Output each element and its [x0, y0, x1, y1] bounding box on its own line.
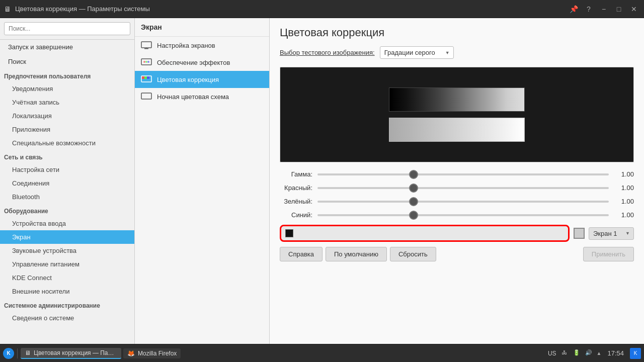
sidebar-category-hardware: Оборудование — [0, 204, 134, 217]
sidebar-item-network-settings[interactable]: Настройка сети — [0, 163, 134, 176]
default-button[interactable]: По умолчанию — [326, 247, 387, 261]
volume-icon: 🔊 — [585, 349, 593, 357]
sidebar-item-screen[interactable]: Экран — [0, 230, 134, 244]
green-value: 1.00 — [614, 198, 634, 205]
minimize-button[interactable]: − — [598, 3, 610, 15]
red-thumb[interactable] — [409, 184, 418, 193]
taskbar-item-firefox-label: Mozilla Firefox — [138, 350, 177, 357]
content-panel: Цветовая коррекция Выбор тестового изобр… — [270, 18, 644, 344]
app-icon: 🖥 — [4, 5, 11, 13]
taskbar-item-settings-label: Цветовая коррекция — Парамет... — [34, 349, 117, 356]
taskbar: K 🖥 Цветовая коррекция — Парамет... 🦊 Mo… — [0, 344, 644, 362]
red-slider-row: Красный: 1.00 — [280, 184, 634, 192]
pin-button[interactable]: 📌 — [568, 3, 580, 15]
svg-rect-10 — [147, 76, 149, 79]
firefox-icon: 🦊 — [127, 350, 135, 357]
red-track[interactable] — [317, 187, 609, 189]
sidebar-item-notifications[interactable]: Уведомления — [0, 82, 134, 96]
titlebar: 🖥 Цветовая коррекция — Параметры системы… — [0, 0, 644, 18]
svg-rect-11 — [142, 79, 149, 81]
middle-item-effects[interactable]: Обеспечение эффектов — [135, 54, 269, 71]
sidebar-item-apps[interactable]: Приложения — [0, 123, 134, 136]
settings-app-icon: 🖥 — [25, 349, 31, 356]
blue-slider-row: Синий: 1.00 — [280, 211, 634, 219]
sidebar-item-launch[interactable]: Запуск и завершение — [0, 40, 134, 54]
svg-rect-9 — [144, 76, 147, 79]
apply-button[interactable]: Применить — [583, 247, 634, 261]
taskbar-kde-indicator[interactable]: K — [630, 348, 641, 359]
maximize-button[interactable]: □ — [613, 3, 625, 15]
screen-select-wrapper: Экран 1 Экран 2 — [589, 227, 634, 240]
red-value: 1.00 — [614, 184, 634, 192]
sidebar-item-accessibility[interactable]: Специальные возможности — [0, 136, 134, 150]
search-input[interactable] — [4, 22, 130, 35]
color-box-light[interactable] — [574, 228, 585, 239]
test-image-select[interactable]: Градации серого Цветовые полосы Без изоб… — [380, 46, 454, 59]
gamma-thumb[interactable] — [409, 170, 418, 179]
red-label: Красный: — [280, 184, 312, 192]
svg-rect-8 — [142, 76, 144, 79]
screen-select[interactable]: Экран 1 Экран 2 — [589, 227, 634, 240]
gradient-display — [280, 67, 634, 162]
green-thumb[interactable] — [409, 197, 418, 206]
taskbar-item-firefox[interactable]: 🦊 Mozilla Firefox — [123, 348, 181, 358]
sidebar-item-kde-connect[interactable]: KDE Connect — [0, 271, 134, 285]
taskbar-item-settings[interactable]: 🖥 Цветовая коррекция — Парамет... — [21, 348, 121, 359]
green-track[interactable] — [317, 201, 609, 203]
gradient-bar-dark — [389, 87, 525, 112]
color-correction-icon — [141, 75, 152, 83]
sidebar-item-external-media[interactable]: Внешние носители — [0, 285, 134, 298]
sidebar-item-system-info[interactable]: Сведения о системе — [0, 311, 134, 325]
taskbar-divider — [17, 348, 18, 358]
sidebar-item-locale[interactable]: Локализация — [0, 109, 134, 123]
blue-thumb[interactable] — [409, 211, 418, 220]
blue-label: Синий: — [280, 211, 312, 219]
sidebar-category-network: Сеть и связь — [0, 150, 134, 163]
middle-item-color-correction[interactable]: Цветовая коррекция — [135, 71, 269, 88]
svg-point-5 — [145, 61, 147, 63]
gamma-track[interactable] — [317, 173, 609, 175]
sidebar-item-search[interactable]: Поиск — [0, 54, 134, 69]
main-container: Запуск и завершение Поиск Предпочтения п… — [0, 18, 644, 344]
sidebar-item-power[interactable]: Управление питанием — [0, 257, 134, 271]
close-button[interactable]: ✕ — [628, 3, 640, 15]
test-image-label: Выбор тестового изображения: — [280, 49, 375, 56]
help-button[interactable]: Справка — [280, 247, 323, 261]
sidebar-item-bluetooth[interactable]: Bluetooth — [0, 190, 134, 204]
night-color-icon — [141, 93, 152, 101]
sidebar-item-account[interactable]: Учётная запись — [0, 96, 134, 109]
svg-rect-0 — [141, 42, 151, 48]
help-button[interactable]: ? — [583, 3, 595, 15]
middle-panel: Экран Настройка экранов Обеспечение эффе… — [135, 18, 270, 344]
arrow-up-icon: ▲ — [597, 350, 602, 356]
taskbar-time: 17:54 — [605, 349, 626, 357]
sidebar-search-container — [0, 18, 134, 40]
gamma-label: Гамма: — [280, 170, 312, 178]
sidebar-category-user-prefs: Предпочтения пользователя — [0, 69, 134, 82]
green-label: Зелёный: — [280, 198, 312, 205]
blue-value: 1.00 — [614, 211, 634, 219]
network-icon: 🖧 — [560, 349, 569, 357]
test-image-select-wrapper: Градации серого Цветовые полосы Без изоб… — [380, 46, 454, 59]
sidebar-item-connections[interactable]: Соединения — [0, 176, 134, 190]
reset-button[interactable]: Сбросить — [390, 247, 436, 261]
svg-point-6 — [147, 61, 149, 63]
middle-item-night-color[interactable]: Ночная цветовая схема — [135, 88, 269, 105]
color-indicator-area[interactable] — [280, 225, 570, 242]
kde-logo[interactable]: K — [3, 348, 14, 359]
sidebar-item-input[interactable]: Устройства ввода — [0, 217, 134, 230]
battery-icon: 🔋 — [573, 349, 581, 357]
titlebar-left: 🖥 Цветовая коррекция — Параметры системы — [4, 5, 150, 13]
locale-indicator: us — [548, 350, 556, 357]
middle-item-night-color-label: Ночная цветовая схема — [157, 93, 229, 101]
middle-item-effects-label: Обеспечение эффектов — [157, 59, 230, 66]
test-image-row: Выбор тестового изображения: Градации се… — [280, 46, 634, 59]
sidebar-item-sound[interactable]: Звуковые устройства — [0, 244, 134, 257]
effects-icon — [141, 58, 152, 66]
middle-item-display-setup[interactable]: Настройка экранов — [135, 37, 269, 54]
gamma-value: 1.00 — [614, 170, 634, 178]
taskbar-right: us 🖧 🔋 🔊 ▲ 17:54 K — [548, 348, 641, 359]
middle-panel-title: Экран — [135, 18, 269, 37]
display-setup-icon — [141, 41, 152, 49]
blue-track[interactable] — [317, 214, 609, 216]
